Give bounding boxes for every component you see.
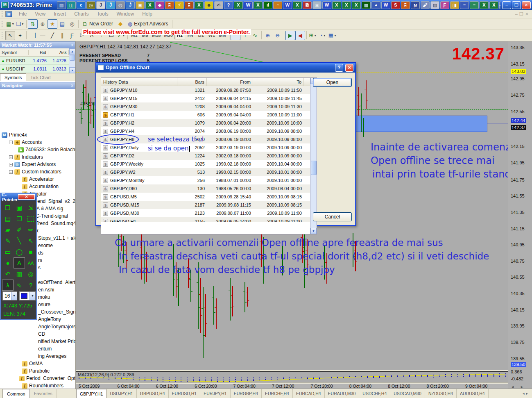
quicklaunch-icon[interactable]: Ĵ (126, 1, 135, 9)
zoom-in-button[interactable]: ⊕ (263, 31, 273, 40)
quicklaunch-icon[interactable]: ▣ (136, 1, 145, 9)
quicklaunch-icon[interactable]: ◷ (86, 1, 95, 9)
quicklaunch-icon[interactable]: ▤ (57, 1, 66, 9)
chart-tab-eurjpy-h1[interactable]: EURJPY,H1 (200, 389, 230, 398)
terminal-button[interactable]: ▤ (57, 19, 67, 29)
market-watch-scrollbar[interactable]: ▲ ▼ (69, 48, 75, 73)
chart-tab-usdjpy-h1[interactable]: USDJPY,H1 (106, 389, 136, 398)
column-header-bars[interactable]: Bars (177, 78, 207, 86)
expand-icon[interactable]: + (9, 155, 13, 159)
quicklaunch-icon[interactable]: J (96, 1, 105, 9)
quicklaunch-icon[interactable]: W (283, 1, 292, 9)
tree-item[interactable]: ƒPeriod_Converter_Opt (0, 375, 75, 382)
chart-tab-usdchf-h4[interactable]: USDCHF,H4 (359, 389, 390, 398)
quicklaunch-icon[interactable]: S (391, 1, 400, 9)
help-icon[interactable]: ? (25, 280, 36, 291)
warning-icon[interactable]: ⬥ (115, 19, 125, 29)
collapse-icon[interactable]: - (9, 141, 13, 144)
quicklaunch-icon[interactable]: X (145, 1, 154, 9)
quicklaunch-icon[interactable]: X (195, 1, 204, 9)
trendline-tool[interactable]: ╱ (48, 31, 57, 40)
tree-item[interactable]: CD (0, 330, 75, 338)
quicklaunch-icon[interactable]: ◨ (450, 1, 459, 9)
quicklaunch-icon[interactable]: ᚔ (499, 1, 500, 9)
quicklaunch-icon[interactable]: ʭ (185, 1, 194, 9)
menu-insert[interactable]: Insert (50, 10, 70, 18)
tab-symbols[interactable]: Symbols (0, 73, 26, 81)
quicklaunch-icon[interactable]: Ƒ (440, 1, 449, 9)
tab-tick-chart[interactable]: Tick Chart (26, 73, 55, 81)
quicklaunch-icon[interactable]: ıl (263, 1, 272, 9)
quicklaunch-icon[interactable]: ☻ (204, 1, 213, 9)
toolbar-grip[interactable] (2, 32, 4, 39)
bw-mode-icon[interactable]: ▥ (14, 268, 25, 280)
periods-button[interactable]: ◔▼ (318, 31, 328, 40)
line-chart-button[interactable]: ∿ (250, 31, 260, 40)
quicklaunch-icon[interactable]: ◫ (67, 1, 76, 9)
quicklaunch-icon[interactable]: X (293, 1, 302, 9)
close-button[interactable]: ✕ (522, 1, 531, 9)
tree-item[interactable]: +◍Expert Advisors (0, 161, 75, 168)
mdi-close-icon[interactable]: ✕ (525, 11, 529, 17)
history-row[interactable]: $GBPJPY,H210792009.06.04 20:002009.10.09… (101, 119, 317, 127)
scroll-up-icon[interactable]: ▲ (69, 48, 75, 55)
history-row[interactable]: $GBPJPY,M3012082009.09.04 04:002009.10.0… (101, 102, 317, 111)
data-window-button[interactable]: ⊕ (38, 19, 48, 29)
macd-panel[interactable]: MACD(12,26,9) 0.272 0.289 (76, 371, 508, 382)
column-header-bid[interactable]: Bid (29, 50, 48, 55)
history-row[interactable]: $GBPJPY,D601301988.05.26 00:002009.08.04… (101, 184, 317, 193)
quicklaunch-icon[interactable]: X (234, 1, 243, 9)
scroll-down-icon[interactable]: ▼ (310, 228, 317, 234)
font-size-select[interactable]: 16 ▼ (2, 291, 17, 300)
templates-button[interactable]: ▦▼ (328, 31, 337, 40)
quicklaunch-icon[interactable]: W (244, 1, 253, 9)
ellipse-icon[interactable]: ◯ (14, 246, 25, 257)
chart-tab-gbpjpy-h1[interactable]: GBPJPY,H1 (76, 389, 106, 398)
quicklaunch-icon[interactable]: 🖌 (421, 1, 430, 9)
collapse-icon[interactable]: - (9, 170, 13, 174)
rectangle-icon[interactable]: ▭ (2, 246, 14, 257)
quicklaunch-icon[interactable]: X (332, 1, 341, 9)
e-pointer-title-bar[interactable]: E-Pointer ✕ (1, 193, 36, 200)
profiles-button[interactable]: ❏▼ (15, 19, 25, 29)
scroll-down-icon[interactable]: ▼ (69, 67, 75, 73)
tab-scroll-arrows[interactable]: ◂▸ (520, 391, 532, 396)
toolbar-grip[interactable] (2, 21, 4, 27)
new-chart-button[interactable]: ▦▼ (5, 19, 15, 29)
tree-item[interactable]: nified Market Price (0, 338, 75, 345)
quicklaunch-icon[interactable]: X (352, 1, 361, 9)
text-aa-icon[interactable]: AA (25, 257, 36, 268)
quicklaunch-icon[interactable]: ◕ (371, 1, 380, 9)
minimize-button[interactable]: – (502, 1, 511, 9)
tab-favorites[interactable]: Favorites (30, 389, 57, 398)
menu-window[interactable]: Window (113, 10, 138, 18)
vertical-line-tool[interactable]: ⎹ (28, 31, 38, 40)
history-row[interactable]: $GBPJPY,M1524122009.09.04 04:152009.10.0… (101, 94, 317, 102)
quicklaunch-icon[interactable]: ◆ (155, 1, 164, 9)
tree-item[interactable]: ƒOsMA (0, 360, 75, 367)
expand-icon[interactable]: + (9, 163, 13, 166)
history-row[interactable]: $GBPUSD,M525022009.09.28 15:402009.10.09… (101, 193, 317, 201)
quicklaunch-icon[interactable]: X (254, 1, 263, 9)
chart-tab-eurgbp-h4[interactable]: EURGBP,H4 (231, 389, 262, 398)
history-row[interactable]: $GBPJPY,Monthly2561988.07.01 00:002009.1… (101, 176, 317, 184)
color-select[interactable]: ▼ (19, 291, 36, 300)
scroll-thumb[interactable] (311, 161, 317, 175)
magnifier-icon[interactable]: ◎ (25, 268, 36, 280)
chart-tab-nzdusd-h4[interactable]: NZDUSD,H4 (425, 389, 457, 398)
quicklaunch-icon[interactable]: ϻ (411, 1, 420, 9)
quicklaunch-icon[interactable]: ⍾ (312, 1, 321, 9)
pen-icon[interactable]: ✐ (14, 224, 25, 235)
time-axis[interactable]: 5 Oct 20096 Oct 04:006 Oct 12:006 Oct 20… (76, 384, 508, 389)
history-row[interactable]: $GBPJPY,M1013212009.09.28 07:502009.10.0… (101, 86, 317, 94)
menu-file[interactable]: File (15, 10, 31, 18)
tree-item[interactable]: entum (0, 345, 75, 353)
chart-tab-eurusd-h1[interactable]: EURUSD,H1 (169, 389, 201, 398)
quicklaunch-icon[interactable]: ✍ (214, 1, 223, 9)
lambda-icon[interactable]: λ (2, 280, 14, 291)
menu-charts[interactable]: Charts (70, 10, 93, 18)
chart-shift-button[interactable]: ◀ (295, 31, 305, 40)
auto-scroll-button[interactable]: ▶ (285, 31, 295, 40)
chart-tab-eurcad-h4[interactable]: EURCAD,H4 (293, 389, 325, 398)
quicklaunch-icon[interactable]: ▦ (362, 1, 371, 9)
